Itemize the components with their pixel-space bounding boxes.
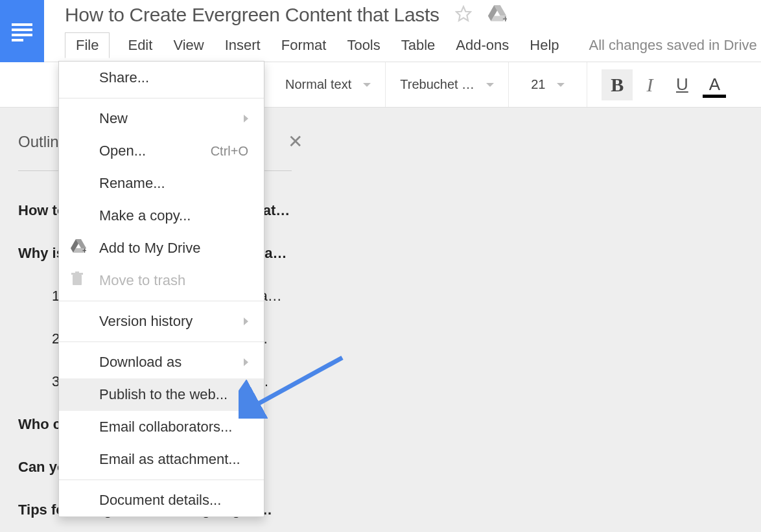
menu-separator	[59, 301, 264, 301]
file-menu-label: Open...	[99, 143, 146, 159]
chevron-right-icon	[244, 358, 248, 366]
italic-button[interactable]: I	[634, 69, 665, 100]
file-menu-download-as[interactable]: Download as	[59, 346, 264, 378]
menu-bar: File Edit View Insert Format Tools Table…	[65, 32, 761, 58]
file-menu-add-to-drive[interactable]: + Add to My Drive	[59, 232, 264, 264]
file-menu-publish-to-web[interactable]: Publish to the web...	[59, 378, 264, 411]
svg-rect-15	[75, 272, 79, 273]
app-header: How to Create Evergreen Content that Las…	[0, 0, 761, 62]
svg-rect-2	[12, 34, 32, 36]
file-menu-dropdown: Share... New Open... Ctrl+O Rename... Ma…	[58, 61, 264, 517]
text-color-bar	[703, 95, 726, 98]
text-color-letter: A	[709, 75, 720, 95]
file-menu-make-copy[interactable]: Make a copy...	[59, 200, 264, 232]
file-menu-label: Document details...	[99, 492, 221, 509]
text-color-button[interactable]: A	[699, 69, 730, 100]
file-menu-share[interactable]: Share...	[59, 62, 264, 94]
drive-icon: +	[71, 239, 86, 257]
svg-text:+: +	[82, 246, 86, 253]
svg-rect-0	[12, 23, 32, 26]
chevron-down-icon	[557, 83, 565, 87]
add-to-drive-icon[interactable]: +	[487, 5, 507, 25]
file-menu-rename[interactable]: Rename...	[59, 167, 264, 200]
svg-rect-13	[73, 275, 82, 285]
chevron-right-icon	[244, 115, 248, 122]
file-menu-label: Download as	[99, 354, 181, 371]
file-menu-move-to-trash: Move to trash	[59, 264, 264, 297]
menu-edit[interactable]: Edit	[125, 36, 155, 55]
file-menu-email-as-attachment[interactable]: Email as attachment...	[59, 443, 264, 476]
file-menu-label: Email collaborators...	[99, 419, 232, 435]
file-menu-email-collaborators[interactable]: Email collaborators...	[59, 411, 264, 443]
file-menu-document-details[interactable]: Document details...	[59, 484, 264, 516]
file-menu-label: Rename...	[99, 175, 165, 192]
star-icon[interactable]	[455, 5, 472, 25]
menu-file[interactable]: File	[65, 32, 110, 58]
bold-button[interactable]: B	[602, 69, 633, 100]
menu-separator	[59, 98, 264, 98]
menu-tools[interactable]: Tools	[344, 36, 382, 55]
trash-icon	[71, 272, 84, 290]
docs-logo-icon	[9, 18, 35, 44]
svg-rect-1	[12, 29, 32, 31]
file-menu-label: New	[99, 110, 128, 127]
document-canvas[interactable]	[310, 108, 761, 532]
save-status: All changes saved in Drive	[589, 37, 757, 54]
file-menu-label: Share...	[99, 69, 149, 86]
menu-insert[interactable]: Insert	[222, 36, 263, 55]
font-family-dropdown[interactable]: Trebuchet …	[386, 62, 509, 107]
chevron-down-icon	[486, 83, 494, 87]
file-menu-label: Publish to the web...	[99, 386, 228, 403]
docs-logo[interactable]	[0, 0, 44, 62]
underline-button[interactable]: U	[666, 69, 697, 100]
file-menu-label: Add to My Drive	[99, 240, 201, 257]
file-menu-label: Email as attachment...	[99, 451, 240, 468]
svg-marker-4	[456, 6, 471, 21]
font-size-dropdown[interactable]: 21	[509, 62, 587, 107]
svg-rect-3	[12, 39, 23, 41]
svg-text:+: +	[502, 13, 507, 22]
close-icon[interactable]: ✕	[288, 131, 303, 152]
menu-view[interactable]: View	[170, 36, 206, 55]
file-menu-version-history[interactable]: Version history	[59, 305, 264, 338]
file-menu-label: Version history	[99, 313, 193, 330]
file-menu-shortcut: Ctrl+O	[211, 144, 248, 159]
menu-help[interactable]: Help	[527, 36, 561, 55]
file-menu-label: Move to trash	[99, 272, 185, 289]
menu-table[interactable]: Table	[399, 36, 438, 55]
menu-separator	[59, 480, 264, 480]
font-size-label: 21	[531, 77, 545, 92]
menu-addons[interactable]: Add-ons	[453, 36, 511, 55]
file-menu-label: Make a copy...	[99, 207, 191, 224]
file-menu-open[interactable]: Open... Ctrl+O	[59, 135, 264, 167]
chevron-right-icon	[244, 318, 248, 325]
menu-format[interactable]: Format	[279, 36, 329, 55]
font-family-label: Trebuchet …	[400, 77, 474, 92]
document-title[interactable]: How to Create Evergreen Content that Las…	[65, 4, 439, 26]
menu-separator	[59, 341, 264, 342]
file-menu-new[interactable]: New	[59, 102, 264, 135]
chevron-down-icon	[363, 83, 371, 87]
paragraph-style-label: Normal text	[285, 77, 351, 92]
